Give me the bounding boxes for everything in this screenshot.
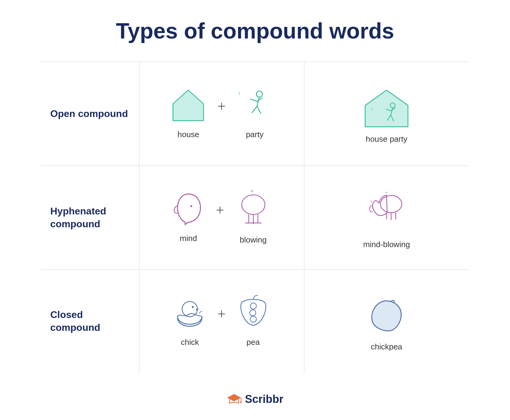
svg-point-29 [182,301,197,317]
house-icon-wrapper: house [168,86,208,139]
mind-icon-wrapper: mind [170,189,207,243]
cell-hyphenated-combined: + + mind-blowing [304,166,469,269]
svg-point-30 [192,306,194,308]
cell-open-combined: ♪ house party [304,62,469,166]
scribbr-brand-name: Scribbr [245,393,283,406]
svg-point-25 [380,195,402,213]
page-title: Types of compound words [116,18,394,43]
svg-text:+: + [370,199,372,204]
svg-line-31 [199,311,202,313]
svg-line-6 [252,106,257,113]
cell-closed-parts: chick + pea [139,269,304,373]
svg-text:+: + [385,190,388,195]
party-icon: ♪ [235,86,275,125]
svg-text:♪: ♪ [371,106,373,111]
open-compound-icons: house + ♪ party [168,86,274,139]
svg-point-16 [190,205,192,207]
svg-point-37 [240,401,242,403]
mind-icon [170,189,207,229]
pea-icon [235,293,272,333]
svg-point-2 [256,91,262,97]
plus-sign-closed: + [217,307,226,321]
plus-sign-hyphenated: + [216,203,224,217]
closed-compound-icons: chick + pea [171,293,271,347]
scribbr-logo-icon [226,392,242,407]
svg-line-4 [250,99,257,101]
svg-line-5 [257,98,262,101]
svg-line-7 [257,106,261,114]
chickpea-combined-icon [365,295,408,338]
compound-words-grid: Open compound house + ♪ [41,62,469,373]
blowing-icon: + [233,188,273,231]
svg-text:♪: ♪ [238,90,241,96]
row-label-open: Open compound [41,62,139,166]
scribbr-logo: Scribbr [226,392,283,407]
row-label-closed: Closed compound [41,269,139,373]
blowing-icon-wrapper: + blowing [233,188,273,245]
svg-point-18 [242,195,265,214]
svg-point-32 [250,303,256,309]
pea-icon-wrapper: pea [235,293,272,347]
plus-sign-open: + [217,99,226,114]
svg-marker-0 [173,90,204,121]
row-label-hyphenated: Hyphenated compound [41,166,139,269]
cell-closed-combined: chickpea [304,269,469,373]
house-icon [168,86,208,125]
svg-point-34 [250,316,256,322]
footer: Scribbr [226,392,283,407]
svg-text:+: + [250,188,254,195]
svg-point-33 [250,310,256,316]
party-icon-wrapper: ♪ party [235,86,275,139]
cell-open-parts: house + ♪ party [139,62,304,166]
house-party-combined-icon: ♪ [362,87,411,130]
chick-icon-wrapper: chick [171,293,208,347]
mind-blowing-combined-icon: + + [362,189,411,235]
cell-hyphenated-parts: mind + + blowing [139,166,304,269]
hyphenated-compound-icons: mind + + blowing [170,188,273,245]
chick-icon [171,293,208,333]
